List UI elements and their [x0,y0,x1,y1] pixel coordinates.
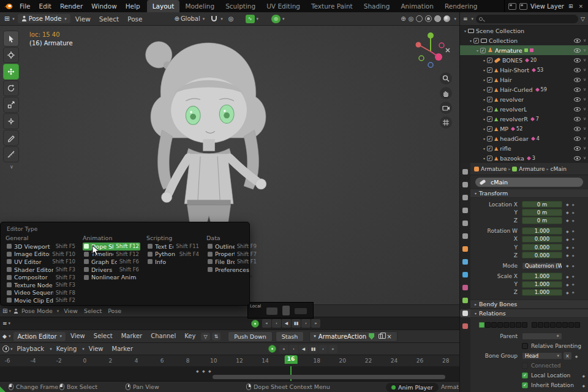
editor-menu-item-image-editor[interactable]: Image EditorShift F10 [6,251,77,258]
play-reverse-button[interactable]: ◀ [299,345,308,353]
bendy-bones-section-header[interactable]: ▸ Bendy Bones [470,300,588,309]
navigation-gizmo[interactable] [409,28,453,72]
view-layer-selector-icon[interactable] [519,3,527,10]
keyframe-diamond-icon[interactable]: ◆ [566,202,569,206]
browse-action-icon[interactable]: ▾ [314,334,316,339]
menubar-item-help[interactable]: Help [121,0,145,12]
jump-to-end-button[interactable]: » [311,319,320,328]
properties-tab-bone[interactable] [460,309,471,317]
current-frame-indicator[interactable]: 16 [285,355,298,364]
expand-arrow-icon[interactable]: ▾ [481,146,487,151]
inherit-rotation-checkbox[interactable]: ✓ [522,382,528,388]
expand-arrow-icon[interactable]: ▾ [475,48,480,53]
show-overlays-icon[interactable]: ◎ [409,15,414,22]
outliner-search-box[interactable] [476,15,578,23]
dope-sheet-menu-marker[interactable]: Marker [117,330,147,342]
chevron-down-icon[interactable]: ∨ [583,87,586,92]
keyframe-diamond-icon[interactable]: ◆ [566,229,569,233]
visibility-eye-icon[interactable] [574,107,581,111]
keyframe-diamond-icon[interactable]: ◆ [566,245,569,249]
decorator-diamond-icon[interactable]: ◆ [572,264,575,268]
snap-toggle[interactable]: ▾ [208,15,225,23]
outliner-item-bazooka[interactable]: ▾ ✓ ▲ bazooka 3 ∨ [460,153,588,163]
visibility-eye-icon[interactable] [574,146,581,151]
properties-tab-tool[interactable] [460,168,471,176]
editor-menu-item-properties[interactable]: PropertiesShift F7 [206,251,258,258]
outliner-item-collection[interactable]: ▾ ✓ Collection ∨ [460,36,588,45]
jump-to-start-button[interactable]: « [279,345,288,353]
new-action-copy-icon[interactable] [379,334,383,339]
breadcrumb-bone[interactable]: cMain [551,166,567,172]
transform-section-header[interactable]: ▾ Transform [470,189,588,198]
outliner-item-revolverl[interactable]: ▾ ✓ ▲ revolverL ∨ [460,104,588,114]
playback-menu[interactable]: Playback [13,343,49,355]
snap-target-toggle[interactable]: ◎ [271,15,281,23]
x-field[interactable]: 0.000 [522,236,562,243]
record-button[interactable] [251,320,259,328]
play-reverse-button[interactable]: ◀ [282,319,291,328]
workspace-tab-animation[interactable]: Animation [395,0,439,12]
outliner-item-hair-short[interactable]: ▾ ✓ ▲ Hair-Short 53 ∨ [460,65,588,75]
keyframe-diamond-icon[interactable]: ◆ [566,218,569,222]
chevron-down-icon[interactable]: ∨ [583,97,586,102]
tool-move-button[interactable] [3,64,19,80]
checkbox-icon[interactable]: ✓ [487,126,492,132]
checkbox-icon[interactable]: ✓ [487,87,492,92]
expand-arrow-icon[interactable]: ▾ [481,88,487,92]
fake-user-shield-icon[interactable] [369,333,374,340]
relative-parenting-checkbox[interactable] [522,343,528,349]
menubar-item-edit[interactable]: Edit [35,0,56,12]
bone-group-dropdown[interactable]: Head ▾ [522,352,562,360]
mini-preview-thumbnail[interactable]: Local [247,302,314,318]
properties-tab-object[interactable] [460,245,471,253]
expand-arrow-icon[interactable]: ▾ [481,156,487,160]
keyframe-diamond-icon[interactable]: ◆ [566,282,569,287]
ortho-grid-icon[interactable] [440,116,452,129]
expand-arrow-icon[interactable]: ▾ [462,29,468,33]
properties-tab-render[interactable] [460,181,471,189]
timeline-editor-icon[interactable] [2,345,9,352]
expand-arrow-icon[interactable]: ▾ [481,68,487,72]
keyframe-diamond-icon[interactable]: ◆ [566,274,569,279]
viewport-menu-select[interactable]: Select [95,13,123,25]
connected-checkbox[interactable] [522,363,528,369]
timeline-track[interactable]: ◆ ◆ ◆ [0,366,461,381]
filter-funnel-icon[interactable]: ▽ [201,333,209,341]
rotation-w-field[interactable]: 1.000 [522,227,562,235]
bone-layer-cell[interactable] [556,322,562,328]
editor-menu-item-uv-editor[interactable]: UV EditorShift F10 [6,258,77,266]
menubar-item-render[interactable]: Render [56,0,87,12]
breadcrumb-data[interactable]: Armature [519,166,545,172]
expand-arrow-icon[interactable]: ▾ [468,39,473,43]
z-field[interactable]: 0.000 [522,252,562,259]
timeline-ruler[interactable]: -6-4-20246810121416182022242628 [0,355,461,366]
pan-hand-icon[interactable] [440,87,452,99]
toolbar-expand-icon[interactable]: ∨ [3,164,20,170]
tool-transform-button[interactable] [3,113,19,129]
properties-tab-material[interactable] [460,322,471,330]
parent-field[interactable]: ⌖ [522,333,562,340]
decorator-diamond-icon[interactable]: ◆ [572,274,575,278]
jump-to-start-button[interactable]: « [262,319,271,328]
sort-order-icon[interactable]: ⇅ [212,333,221,341]
outliner-editor-icon[interactable]: ≡ [463,16,468,22]
outliner-item-rifle[interactable]: ▾ ✓ ▲ rifle ∨ [460,143,588,153]
decorator-diamond-icon[interactable]: ◆ [572,254,575,257]
y-field[interactable]: 0 m [522,209,562,216]
checkbox-icon[interactable]: ✓ [487,77,492,83]
bone-layer-cell[interactable] [510,322,515,328]
decorator-diamond-icon[interactable]: ◆ [582,383,585,388]
shading-material-icon[interactable] [434,15,441,22]
location-x-field[interactable]: 0 m [522,201,562,208]
editor-menu-item-3d-viewport[interactable]: 3D ViewportShift F5 [6,243,77,251]
local-location-checkbox[interactable]: ✓ [522,372,528,379]
keyframe-diamond-icon[interactable]: ◆ [566,263,569,268]
shading-rendered-icon[interactable] [443,15,450,22]
viewport-editor-icon[interactable]: ⊞ [2,307,7,314]
scene-selector-icon[interactable] [508,3,516,10]
pause-button[interactable]: ▮▮ [309,345,318,353]
shading-wireframe-icon[interactable] [416,15,423,22]
visibility-eye-icon[interactable] [574,78,581,82]
properties-tab-scene[interactable] [460,219,471,227]
keying-menu[interactable]: Keying [52,343,81,355]
